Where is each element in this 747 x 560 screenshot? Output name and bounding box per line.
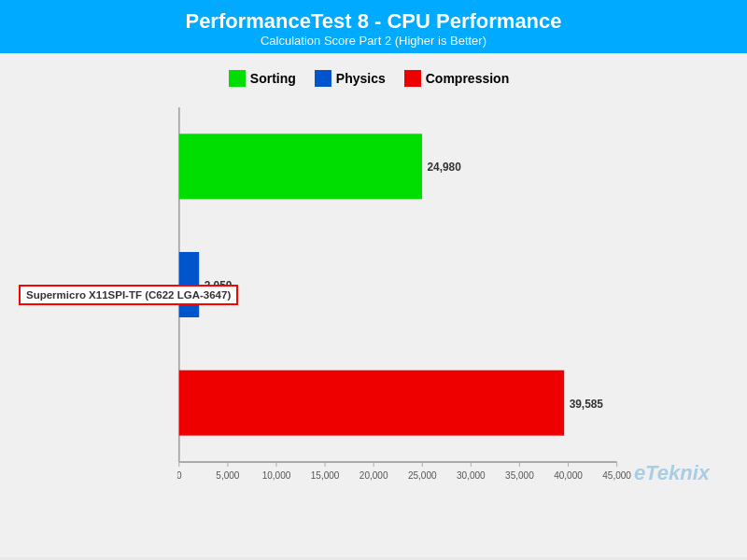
x-tick-20000: 20,000 bbox=[359, 469, 388, 482]
legend-label-physics: Physics bbox=[336, 71, 386, 86]
x-tick-10000: 10,000 bbox=[262, 469, 291, 482]
x-tick-15000: 15,000 bbox=[311, 469, 340, 482]
legend-item-physics: Physics bbox=[315, 70, 386, 87]
legend-color-sorting bbox=[229, 70, 246, 87]
bar-sorting bbox=[179, 133, 422, 199]
x-tick-45000: 45,000 bbox=[602, 469, 631, 482]
x-tick-25000: 25,000 bbox=[408, 469, 437, 482]
x-tick-0: 0 bbox=[177, 469, 182, 482]
legend-label-sorting: Sorting bbox=[250, 71, 296, 86]
x-tick-40000: 40,000 bbox=[554, 469, 583, 482]
chart-header: PerformanceTest 8 - CPU Performance Calc… bbox=[0, 0, 747, 53]
bar-value-sorting: 24,980 bbox=[428, 161, 461, 175]
legend-item-sorting: Sorting bbox=[229, 70, 296, 87]
system-label: Supermicro X11SPI-TF (C622 LGA-3647) bbox=[19, 285, 238, 305]
chart-area: SortingPhysicsCompression Supermicro X11… bbox=[0, 53, 747, 557]
chart-title: PerformanceTest 8 - CPU Performance bbox=[0, 9, 747, 34]
chart-legend: SortingPhysicsCompression bbox=[9, 63, 728, 98]
x-tick-35000: 35,000 bbox=[505, 469, 534, 482]
legend-color-compression bbox=[404, 70, 421, 87]
bar-compression bbox=[179, 371, 564, 436]
bar-chart: 24,9802,05039,58505,00010,00015,00020,00… bbox=[177, 98, 672, 490]
legend-item-compression: Compression bbox=[404, 70, 509, 87]
chart-subtitle: Calculation Score Part 2 (Higher is Bett… bbox=[0, 34, 747, 48]
watermark: eTeknix bbox=[634, 461, 710, 485]
bar-value-compression: 39,585 bbox=[570, 397, 603, 411]
legend-color-physics bbox=[315, 70, 331, 87]
legend-label-compression: Compression bbox=[426, 71, 509, 86]
x-tick-5000: 5,000 bbox=[216, 469, 239, 482]
x-tick-30000: 30,000 bbox=[457, 469, 486, 482]
